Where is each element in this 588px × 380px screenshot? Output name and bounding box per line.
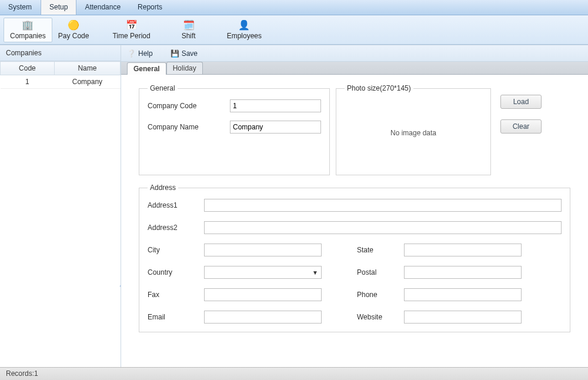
country-select[interactable] — [204, 266, 322, 279]
postal-input[interactable] — [404, 266, 522, 279]
cell-code: 1 — [1, 75, 55, 89]
table-row[interactable]: 1 Company — [1, 75, 121, 89]
help-icon: ❔ — [127, 49, 136, 58]
toolbar: 🏢 Companies 🟡 Pay Code 📅 Time Period 🗓️ … — [0, 15, 588, 45]
toolbar-label: Employees — [227, 32, 262, 40]
city-input[interactable] — [204, 244, 322, 256]
label-website: Website — [357, 313, 404, 321]
label-city: City — [148, 246, 204, 254]
photo-buttons: Load Clear — [500, 95, 542, 134]
legend-general: General — [148, 84, 178, 92]
toolbar-label: Companies — [10, 32, 46, 40]
address1-input[interactable] — [204, 199, 562, 212]
menu-attendance[interactable]: Attendance — [76, 0, 129, 15]
clear-button[interactable]: Clear — [500, 119, 542, 134]
floppy-icon: 💾 — [171, 49, 179, 58]
group-general: General Company Code Company Name — [139, 84, 330, 175]
toolbar-companies[interactable]: 🏢 Companies — [4, 18, 52, 42]
email-input[interactable] — [204, 311, 322, 324]
toolbar-label: Shift — [182, 32, 196, 40]
group-address: Address Address1 Address2 City State Cou… — [139, 184, 570, 332]
load-button[interactable]: Load — [500, 95, 542, 109]
no-image-text: No image data — [390, 129, 436, 137]
legend-photo: Photo size(270*145) — [345, 84, 413, 92]
main: Companies Code Name 1 Company ❔ Help — [0, 45, 588, 367]
state-input[interactable] — [404, 244, 522, 256]
help-button[interactable]: ❔ Help — [127, 49, 153, 58]
sidebar-table: Code Name 1 Company — [0, 61, 121, 89]
label-email: Email — [148, 313, 204, 321]
form-area: General Company Code Company Name Photo … — [121, 75, 588, 367]
schedule-icon: 🗓️ — [183, 20, 195, 31]
col-header-code[interactable]: Code — [1, 62, 55, 75]
label-company-code: Company Code — [148, 102, 230, 110]
statusbar: Records:1 — [0, 367, 588, 380]
action-bar: ❔ Help 💾 Save — [121, 45, 588, 62]
label-phone: Phone — [357, 291, 404, 299]
records-label: Records: — [6, 369, 34, 378]
label-postal: Postal — [357, 268, 404, 276]
label-fax: Fax — [148, 291, 204, 299]
group-photo: Photo size(270*145) No image data — [336, 84, 491, 175]
toolbar-shift[interactable]: 🗓️ Shift — [168, 18, 209, 42]
label-address1: Address1 — [148, 201, 204, 209]
building-icon: 🏢 — [22, 20, 34, 31]
legend-address: Address — [148, 184, 178, 192]
label-company-name: Company Name — [148, 123, 230, 131]
address2-input[interactable] — [204, 221, 562, 234]
company-name-input[interactable] — [230, 121, 321, 134]
toolbar-employees[interactable]: 👤 Employees — [221, 18, 268, 42]
toolbar-label: Time Period — [112, 32, 150, 40]
sidebar: Companies Code Name 1 Company — [0, 45, 121, 367]
company-code-input[interactable] — [230, 99, 321, 112]
toolbar-label: Pay Code — [58, 32, 89, 40]
label-address2: Address2 — [148, 224, 204, 232]
label-country: Country — [148, 268, 204, 276]
menubar: System Setup Attendance Reports — [0, 0, 588, 15]
person-icon: 👤 — [238, 20, 250, 31]
help-label: Help — [138, 49, 153, 58]
save-button[interactable]: 💾 Save — [171, 49, 198, 58]
fax-input[interactable] — [204, 288, 322, 301]
toolbar-time-period[interactable]: 📅 Time Period — [106, 18, 156, 42]
sidebar-title: Companies — [0, 45, 121, 61]
save-label: Save — [182, 49, 198, 58]
tab-general[interactable]: General — [127, 62, 166, 75]
content: ❔ Help 💾 Save General Holiday General Co… — [121, 45, 588, 367]
label-state: State — [357, 246, 404, 254]
website-input[interactable] — [404, 311, 522, 324]
records-count: 1 — [34, 369, 38, 378]
phone-input[interactable] — [404, 288, 522, 301]
menu-reports[interactable]: Reports — [129, 0, 171, 15]
tab-holiday[interactable]: Holiday — [166, 62, 203, 74]
cell-name: Company — [54, 75, 120, 89]
menu-system[interactable]: System — [0, 0, 41, 15]
tabs-bar: General Holiday — [121, 62, 588, 75]
coin-icon: 🟡 — [68, 20, 79, 31]
col-header-name[interactable]: Name — [54, 62, 120, 75]
toolbar-pay-code[interactable]: 🟡 Pay Code — [52, 18, 95, 42]
calendar-icon: 📅 — [126, 20, 138, 31]
menu-setup[interactable]: Setup — [41, 0, 76, 15]
